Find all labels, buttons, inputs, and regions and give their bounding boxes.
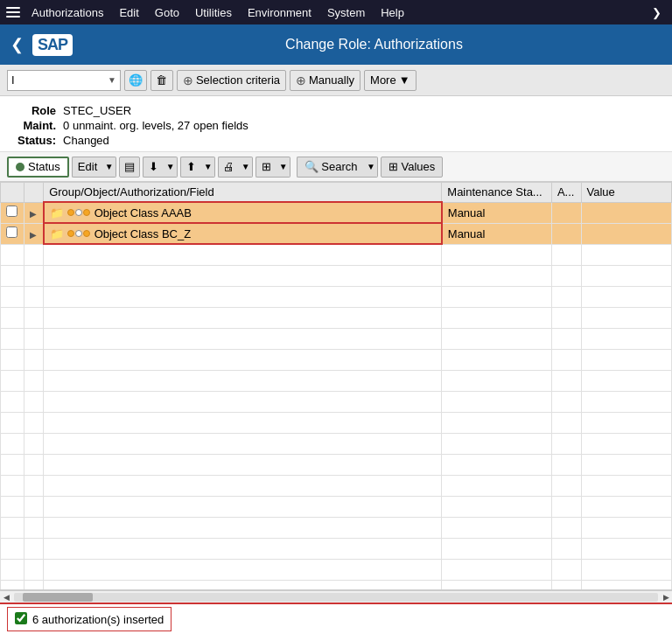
values-button[interactable]: ⊞ Values [381,157,443,178]
row1-checkbox[interactable] [6,206,18,217]
menu-authorizations[interactable]: Authorizations [24,4,110,21]
circle-icons-1 [67,209,90,216]
empty-row [1,265,672,286]
edit-button[interactable]: Edit [72,157,102,178]
header-maint: Maintenance Sta... [442,183,552,203]
row2-value [581,223,671,244]
row1-maint: Manual [442,202,552,223]
status-value: Changed [60,133,252,148]
hamburger-menu[interactable] [4,3,23,22]
menu-help[interactable]: Help [374,4,411,21]
empty-row [1,538,672,559]
row1-checkbox-cell[interactable] [1,202,24,223]
icon-1: ▤ [124,160,135,173]
status-message: 6 authorization(s) inserted [32,613,164,626]
status-button[interactable]: Status [7,157,69,178]
scroll-right-arrow[interactable]: ▶ [660,591,672,603]
row1-a [551,202,581,223]
scroll-track[interactable] [14,593,658,602]
grid-button[interactable]: ⊞ [256,157,276,178]
status-checkbox [15,612,27,624]
page-layout: Authorizations Edit Goto Utilities Envir… [0,0,672,634]
circle-white-1 [75,209,82,216]
edit-label: Edit [78,160,97,173]
empty-row [1,433,672,454]
status-button-label: Status [28,160,60,173]
manually-label: Manually [309,73,354,87]
icon-button-1[interactable]: ▤ [119,157,140,178]
row2-a [551,223,581,244]
status-label: Status: [14,133,60,148]
circle-yellow-4 [83,230,90,237]
row2-expand-cell[interactable]: ▶ [24,223,43,244]
empty-row [1,370,672,391]
empty-row [1,391,672,412]
manually-button[interactable]: ⊕ Manually [290,70,360,91]
header-main: Group/Object/Authorization/Field [44,183,442,203]
action-toolbar: Status Edit ▼ ▤ ⬇ ▼ ⬆ ▼ 🖨 ▼ [0,152,672,182]
status-dot-icon [16,163,24,171]
scroll-thumb[interactable] [23,593,93,602]
maint-label: Maint. [14,118,60,133]
toolbar-dropdown-arrow[interactable]: ▼ [106,75,118,85]
row1-value [581,202,671,223]
empty-row [1,517,672,538]
expand-down-icon: ⬇ [149,160,158,173]
header-check [1,183,24,203]
row2-checkbox[interactable] [6,226,18,238]
horizontal-scrollbar[interactable]: ◀ ▶ [0,590,672,603]
header-value: Value [581,183,671,203]
folder-icon-2: 📁 [50,227,64,240]
menu-environment[interactable]: Environment [241,4,318,21]
window-back-arrow[interactable]: ❯ [644,0,668,24]
expand-down-dropdown[interactable]: ▼ [164,157,178,178]
grid-dropdown[interactable]: ▼ [276,157,290,178]
empty-row [1,580,672,590]
circle-icons-2 [67,230,90,237]
scroll-left-arrow[interactable]: ◀ [0,591,12,603]
menu-utilities[interactable]: Utilities [188,4,239,21]
header-expand [24,183,43,203]
toolbar-input-wrapper: ▼ [7,70,121,91]
plus-icon-selection: ⊕ [183,73,193,87]
search-dropdown[interactable]: ▼ [364,157,378,178]
row1-name: Object Class AAAB [94,206,192,219]
collapse-up-dropdown[interactable]: ▼ [201,157,215,178]
maint-value: 0 unmaint. org. levels, 27 open fields [60,118,252,133]
values-label: Values [401,160,435,173]
print-button[interactable]: 🖨 [218,157,239,178]
sap-back-button[interactable]: ❮ [10,35,24,54]
role-label: Role [14,103,60,118]
globe-icon: 🌐 [129,73,143,87]
more-label: More [370,73,396,87]
more-button[interactable]: More ▼ [364,70,416,91]
selection-criteria-button[interactable]: ⊕ Selection criteria [177,70,286,91]
globe-button[interactable]: 🌐 [124,70,147,91]
empty-row [1,244,672,265]
delete-button[interactable]: 🗑 [150,70,173,91]
values-icon: ⊞ [388,160,398,173]
print-icon: 🖨 [223,160,234,173]
expand-down-button[interactable]: ⬇ [143,157,164,178]
toolbar: ▼ 🌐 🗑 ⊕ Selection criteria ⊕ Manually Mo… [0,65,672,96]
row1-expand-arrow[interactable]: ▶ [30,209,37,219]
empty-row [1,349,672,370]
menu-system[interactable]: System [320,4,372,21]
collapse-up-button[interactable]: ⬆ [180,157,201,178]
empty-row [1,496,672,517]
circle-yellow-1 [67,209,74,216]
toolbar-input[interactable] [10,73,106,87]
edit-dropdown-arrow[interactable]: ▼ [102,157,116,178]
role-info-section: Role STEC_USER Maint. 0 unmaint. org. le… [0,96,672,152]
search-button[interactable]: 🔍 Search [297,157,364,178]
row2-expand-arrow[interactable]: ▶ [30,230,37,240]
menu-goto[interactable]: Goto [148,4,186,21]
circle-white-2 [75,230,82,237]
print-dropdown[interactable]: ▼ [239,157,253,178]
plus-icon-manually: ⊕ [296,73,306,87]
row1-expand-cell[interactable]: ▶ [24,202,43,223]
sap-header: ❮ SAP Change Role: Authorizations [0,24,672,65]
row2-checkbox-cell[interactable] [1,223,24,244]
menu-edit[interactable]: Edit [112,4,145,21]
empty-row [1,307,672,328]
